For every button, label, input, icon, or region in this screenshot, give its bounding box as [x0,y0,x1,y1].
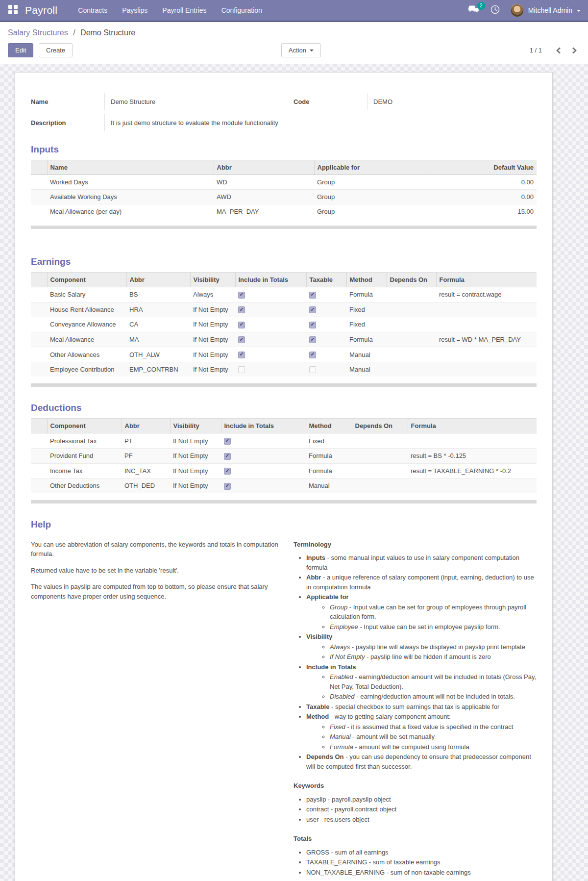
earnings-header-component[interactable]: Component [47,273,126,287]
cell-formula [408,433,537,449]
deductions-row[interactable]: Provident Fund PF If Not Empty Formula r… [31,448,537,463]
apps-grid-icon[interactable] [8,5,19,16]
deductions-header-visibility[interactable]: Visibility [170,419,221,433]
help-paragraph: The values in payslip are computed from … [31,582,282,601]
cell-abbr: CA [126,317,190,332]
inputs-header-abbr[interactable]: Abbr [214,160,314,175]
horizontal-scrollbar[interactable] [31,226,537,229]
cell-visibility: Always [190,287,235,302]
deductions-header-method[interactable]: Method [306,419,352,433]
deductions-row[interactable]: Other Deductions OTH_DED If Not Empty Ma… [31,478,537,493]
horizontal-scrollbar[interactable] [31,500,537,503]
cell-depends [352,448,408,463]
inputs-section-title: Inputs [31,144,537,155]
main-menu: Contracts Payslips Payroll Entries Confi… [78,6,262,14]
create-button[interactable]: Create [39,43,73,57]
help-paragraph: Returned value have to be set in the var… [31,566,282,576]
include-in-totals-checkbox [238,306,245,313]
row-handle-cell [31,204,47,219]
terminology-item: Method - way to getting salary component… [306,712,537,752]
cell-method: Manual [346,347,387,362]
earnings-header-include[interactable]: Include in Totals [235,273,306,287]
user-menu[interactable]: Mitchell Admin [511,4,581,17]
totals-title: Totals [294,834,537,844]
menu-item-payslips[interactable]: Payslips [122,6,147,14]
terminology-subitem: Group - Input value can be set for group… [330,603,537,622]
form-sheet: Name Demo Structure Code DEMO Descriptio… [15,72,553,881]
cell-visibility: If Not Empty [190,302,235,317]
taxable-checkbox [309,292,316,299]
earnings-row[interactable]: Meal Allowance MA If Not Empty Formula r… [31,332,537,347]
menu-item-payroll-entries[interactable]: Payroll Entries [162,6,206,14]
cell-include [235,287,306,302]
deductions-row[interactable]: Professional Tax PT If Not Empty Fixed [31,433,537,449]
earnings-row[interactable]: House Rent Allowance HRA If Not Empty Fi… [31,302,537,317]
help-section-title: Help [31,519,537,530]
action-label: Action [289,47,306,54]
deductions-header-abbr[interactable]: Abbr [122,419,170,433]
cell-depends [352,463,408,478]
cell-depends [387,287,436,302]
inputs-header-name[interactable]: Name [47,160,214,175]
include-in-totals-checkbox [238,292,245,299]
terminology-item: Visibility Always - payslip line will al… [306,632,537,662]
keyword-item: payslip - payroll.payslip object [306,795,537,805]
cell-method: Manual [346,362,387,377]
cell-visibility: If Not Empty [170,478,221,493]
earnings-row[interactable]: Other Allowances OTH_ALW If Not Empty Ma… [31,347,537,362]
earnings-header-formula[interactable]: Formula [436,273,537,287]
cell-include [221,463,306,478]
deductions-header-include[interactable]: Include in Totals [221,419,306,433]
cell-abbr: EMP_CONTRBN [126,362,190,377]
cell-formula [436,302,537,317]
cell-include [221,478,306,493]
cell-component: Conveyance Allowance [47,317,126,332]
cell-depends [352,433,408,449]
cell-name: Worked Days [47,175,214,190]
cell-default: 15.00 [427,204,537,219]
deductions-header-component[interactable]: Component [47,419,122,433]
cell-formula [408,478,537,493]
action-dropdown-button[interactable]: Action [281,43,321,57]
messages-button[interactable]: 2 [468,5,480,16]
inputs-header-default[interactable]: Default Value [427,160,537,175]
earnings-header-taxable[interactable]: Taxable [306,273,346,287]
horizontal-scrollbar[interactable] [31,383,537,387]
cell-include [235,362,306,377]
row-handle-cell [31,287,47,302]
menu-item-configuration[interactable]: Configuration [221,6,262,14]
cell-include [235,302,306,317]
earnings-header-method[interactable]: Method [346,273,387,287]
top-navbar: Payroll Contracts Payslips Payroll Entri… [0,0,588,22]
deductions-header-formula[interactable]: Formula [408,419,537,433]
name-field-label: Name [31,98,104,105]
pager-previous-button[interactable] [553,46,564,55]
total-item: NON_TAXABLE_EARNING - sum of non-taxable… [306,868,537,878]
edit-button[interactable]: Edit [8,43,33,57]
inputs-header-applicable[interactable]: Applicable for [314,160,427,175]
earnings-header-abbr[interactable]: Abbr [126,273,190,287]
earnings-row[interactable]: Employee Contribution EMP_CONTRBN If Not… [31,362,537,377]
pager-next-button[interactable] [569,46,580,55]
deductions-header-depends[interactable]: Depends On [352,419,408,433]
activities-button[interactable] [490,5,500,16]
earnings-header-depends[interactable]: Depends On [387,273,436,287]
handle-column-header [31,419,47,433]
cell-component: Professional Tax [47,433,122,449]
earnings-header-visibility[interactable]: Visibility [190,273,235,287]
deductions-row[interactable]: Income Tax INC_TAX If Not Empty Formula … [31,463,537,478]
app-brand[interactable]: Payroll [25,4,57,16]
content-area: Name Demo Structure Code DEMO Descriptio… [0,64,588,881]
row-handle-cell [31,302,47,317]
menu-item-contracts[interactable]: Contracts [78,6,107,14]
handle-column-header [31,273,47,287]
inputs-row[interactable]: Available Working Days AWD Group 0.00 [31,190,537,204]
earnings-row[interactable]: Basic Salary BS Always Formula result = … [31,287,537,302]
inputs-row[interactable]: Worked Days WD Group 0.00 [31,175,537,190]
inputs-row[interactable]: Meal Allowance (per day) MA_PER_DAY Grou… [31,204,537,219]
terminology-subitem: Fixed - it is assumed that a fixed value… [330,722,537,732]
breadcrumb-salary-structures[interactable]: Salary Structures [8,28,68,37]
earnings-row[interactable]: Conveyance Allowance CA If Not Empty Fix… [31,317,537,332]
cell-abbr: PT [122,433,170,449]
pager-value: 1 / 1 [530,47,542,54]
